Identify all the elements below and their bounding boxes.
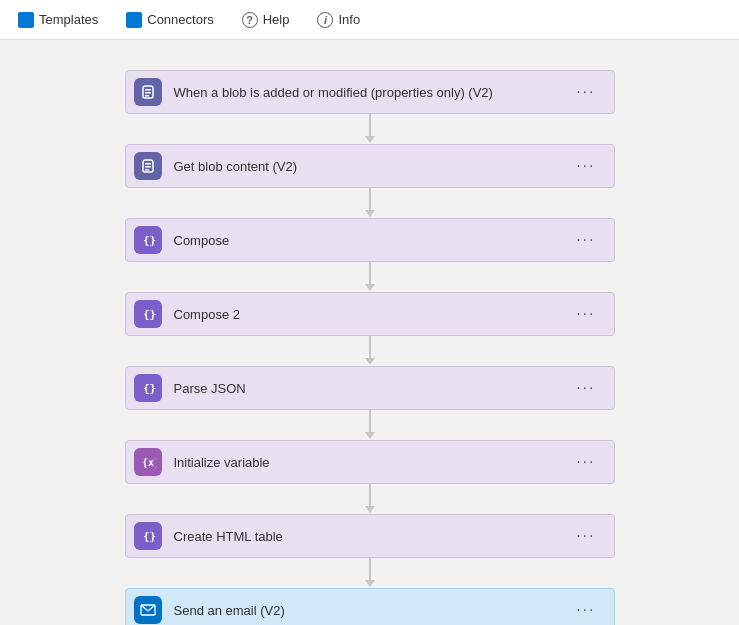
step-more-button-6[interactable]: ··· [570,449,601,475]
step-more-button-2[interactable]: ··· [570,153,601,179]
svg-rect-6 [145,166,151,168]
step-icon-compose: {} [134,522,162,550]
arrow-connector-2 [365,188,375,218]
step-card-5[interactable]: {} Parse JSON··· [125,366,615,410]
step-card-3[interactable]: {} Compose··· [125,218,615,262]
arrow-connector-5 [365,410,375,440]
step-more-button-8[interactable]: ··· [570,597,601,623]
svg-text:{x}: {x} [142,457,156,468]
arrow-line [369,484,371,506]
step-icon-email [134,596,162,624]
svg-text:{}: {} [143,234,156,247]
connectors-label: Connectors [147,12,213,27]
arrow-line [369,558,371,580]
step-label-1: When a blob is added or modified (proper… [170,85,571,100]
arrow-head [365,432,375,439]
main-content: When a blob is added or modified (proper… [0,40,739,625]
templates-icon [18,12,34,28]
nav-info[interactable]: i Info [311,8,366,32]
step-card-1[interactable]: When a blob is added or modified (proper… [125,70,615,114]
svg-text:{}: {} [143,308,156,321]
step-icon-wrap-6: {x} [126,440,170,484]
arrow-head [365,210,375,217]
step-card-2[interactable]: Get blob content (V2)··· [125,144,615,188]
svg-rect-5 [145,163,151,165]
step-more-button-4[interactable]: ··· [570,301,601,327]
svg-text:{}: {} [143,530,156,543]
arrow-connector-4 [365,336,375,366]
connectors-icon [126,12,142,28]
step-more-button-1[interactable]: ··· [570,79,601,105]
step-label-8: Send an email (V2) [170,603,571,618]
templates-label: Templates [39,12,98,27]
arrow-connector-7 [365,558,375,588]
arrow-head [365,284,375,291]
step-icon-blob [134,152,162,180]
step-label-3: Compose [170,233,571,248]
step-icon-wrap-3: {} [126,218,170,262]
info-icon: i [317,12,333,28]
step-label-7: Create HTML table [170,529,571,544]
arrow-connector-6 [365,484,375,514]
arrow-line [369,410,371,432]
svg-rect-3 [145,95,149,97]
step-icon-compose: {} [134,374,162,402]
arrow-line [369,114,371,136]
step-card-4[interactable]: {} Compose 2··· [125,292,615,336]
arrow-line [369,188,371,210]
navbar: Templates Connectors ? Help i Info [0,0,739,40]
step-card-6[interactable]: {x} Initialize variable··· [125,440,615,484]
step-icon-compose: {} [134,226,162,254]
step-card-8[interactable]: Send an email (V2)··· [125,588,615,625]
help-label: Help [263,12,290,27]
info-label: Info [338,12,360,27]
arrow-line [369,336,371,358]
arrow-head [365,358,375,365]
step-icon-blob [134,78,162,106]
svg-rect-1 [145,89,151,91]
step-more-button-3[interactable]: ··· [570,227,601,253]
svg-text:{}: {} [143,382,156,395]
nav-help[interactable]: ? Help [236,8,296,32]
arrow-connector-3 [365,262,375,292]
nav-connectors[interactable]: Connectors [120,8,219,32]
svg-rect-7 [145,169,149,171]
step-icon-compose: {} [134,300,162,328]
step-label-4: Compose 2 [170,307,571,322]
step-card-7[interactable]: {} Create HTML table··· [125,514,615,558]
arrow-connector-1 [365,114,375,144]
step-label-5: Parse JSON [170,381,571,396]
flow-container: When a blob is added or modified (proper… [120,70,620,625]
step-icon-wrap-4: {} [126,292,170,336]
arrow-line [369,262,371,284]
question-icon: ? [242,12,258,28]
step-more-button-7[interactable]: ··· [570,523,601,549]
step-icon-wrap-2 [126,144,170,188]
step-label-6: Initialize variable [170,455,571,470]
arrow-head [365,136,375,143]
step-icon-wrap-8 [126,588,170,625]
svg-rect-2 [145,92,151,94]
step-icon-wrap-7: {} [126,514,170,558]
nav-templates[interactable]: Templates [12,8,104,32]
step-icon-wrap-1 [126,70,170,114]
step-icon-wrap-5: {} [126,366,170,410]
step-label-2: Get blob content (V2) [170,159,571,174]
step-more-button-5[interactable]: ··· [570,375,601,401]
arrow-head [365,580,375,587]
arrow-head [365,506,375,513]
step-icon-variable: {x} [134,448,162,476]
